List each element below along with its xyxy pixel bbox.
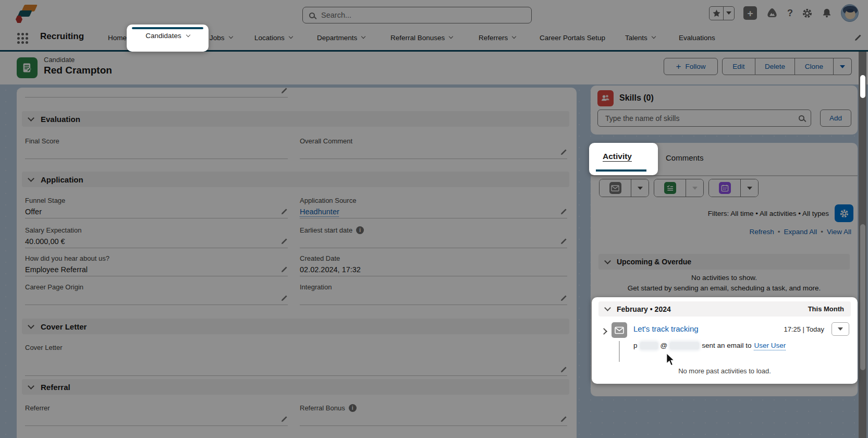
star-icon[interactable] (710, 7, 723, 20)
section-application[interactable]: Application (22, 172, 569, 187)
edit-pencil-icon[interactable] (280, 266, 288, 273)
setup-gear-icon[interactable] (802, 8, 813, 19)
edit-pencil-icon[interactable] (560, 366, 567, 373)
application-source-link[interactable]: Headhunter (300, 208, 339, 216)
tab-referrers[interactable]: Referrers (479, 25, 516, 50)
tab-talents[interactable]: Talents (625, 25, 655, 50)
edit-pencil-icon[interactable] (280, 238, 288, 245)
email-dropdown-button[interactable] (631, 179, 649, 197)
edit-pencil-icon[interactable] (560, 208, 567, 215)
tab-activity[interactable]: Activity (603, 152, 632, 161)
activity-filters-row: Filters: All time • All activities • All… (708, 204, 853, 222)
user-avatar[interactable] (841, 4, 859, 22)
record-header: Candidate Red Crampton + Follow Edit Del… (0, 52, 868, 84)
field-value: 02.02.2024, 17:32 (300, 265, 361, 274)
field-label: Cover Letter (25, 342, 567, 352)
scrollbar-thumb-highlighted[interactable] (860, 75, 865, 98)
chevron-down-icon[interactable] (289, 34, 293, 39)
chevron-down-icon[interactable] (186, 32, 190, 36)
search-icon[interactable] (799, 115, 804, 121)
event-action-group (708, 179, 759, 197)
tab-home[interactable]: Home (108, 25, 127, 50)
tab-locations[interactable]: Locations (254, 25, 292, 50)
view-all-link[interactable]: View All (827, 228, 851, 236)
help-icon[interactable]: ? (787, 8, 793, 19)
spotlight-activity-tab[interactable]: Activity (589, 143, 658, 175)
edit-pencil-icon[interactable] (280, 87, 288, 94)
info-icon[interactable]: i (356, 226, 364, 234)
event-action-button[interactable] (709, 179, 740, 197)
upcoming-overdue-header[interactable]: Upcoming & Overdue (598, 254, 850, 270)
activity-actions-dropdown[interactable] (832, 322, 849, 336)
expand-activity-chevron[interactable] (602, 326, 606, 336)
event-dropdown-button[interactable] (740, 179, 758, 197)
edit-pencil-icon[interactable] (280, 208, 288, 215)
edit-pencil-icon[interactable] (560, 149, 567, 156)
section-referral[interactable]: Referral (22, 379, 569, 395)
edit-pencil-icon[interactable] (560, 416, 567, 423)
scrollbar-thumb[interactable] (860, 224, 865, 370)
email-timestamp: 17:25 | Today (784, 325, 824, 333)
edit-pencil-icon[interactable] (560, 238, 567, 245)
chevron-down-icon[interactable] (512, 34, 516, 39)
skills-search-input[interactable] (604, 114, 794, 123)
add-skill-button[interactable]: Add (820, 110, 851, 127)
edit-pencil-icon[interactable] (560, 295, 567, 302)
actor-link[interactable]: User User (754, 342, 786, 349)
tab-evaluations[interactable]: Evaluations (679, 25, 715, 50)
favorites-dropdown-chevron[interactable] (723, 7, 734, 20)
follow-button[interactable]: + Follow (664, 58, 718, 75)
tab-referral-bonuses[interactable]: Referral Bonuses (390, 25, 453, 50)
field-cover-letter: Cover Letter (25, 342, 567, 376)
chevron-down-icon[interactable] (449, 34, 453, 39)
chevron-down-icon[interactable] (652, 34, 656, 39)
quick-add-button[interactable]: + (743, 6, 757, 20)
tab-label: Referral Bonuses (390, 34, 445, 42)
email-action-button[interactable] (600, 179, 631, 197)
info-icon[interactable]: i (349, 404, 357, 412)
expand-all-link[interactable]: Expand All (784, 228, 817, 236)
tab-departments[interactable]: Departments (317, 25, 365, 50)
redacted-text (640, 342, 658, 349)
chevron-down-icon[interactable] (228, 34, 233, 39)
global-header: + ? (0, 0, 868, 25)
tab-label: Career Portals Setup (540, 34, 605, 42)
app-launcher-icon[interactable] (17, 33, 28, 44)
clone-button[interactable]: Clone (795, 58, 834, 75)
section-evaluation[interactable]: Evaluation (22, 111, 569, 127)
tab-comments[interactable]: Comments (666, 153, 704, 162)
trailhead-icon[interactable] (766, 7, 778, 19)
refresh-link[interactable]: Refresh (749, 228, 774, 236)
tab-jobs[interactable]: Jobs (210, 25, 233, 50)
field-application-source: Application Source Headhunter (300, 195, 567, 218)
global-search[interactable] (302, 7, 532, 23)
edit-button[interactable]: Edit (722, 58, 755, 75)
tab-career-portals-setup[interactable]: Career Portals Setup (540, 25, 605, 50)
edit-pencil-icon[interactable] (280, 295, 288, 302)
field-value: Employee Referral (25, 265, 88, 274)
favorites-button-group[interactable] (709, 6, 735, 20)
search-input[interactable] (320, 10, 525, 20)
spotlight-candidates-tab[interactable]: Candidates (127, 25, 209, 52)
chevron-down-icon (840, 65, 845, 68)
skills-search[interactable] (597, 110, 811, 127)
section-cover-letter[interactable]: Cover Letter (22, 319, 569, 334)
delete-button[interactable]: Delete (755, 58, 795, 75)
task-dropdown-button[interactable] (686, 179, 703, 197)
salesforce-app-window: + ? Recruiting Home Jobs Locations Depa (0, 0, 868, 438)
month-section-header[interactable]: February • 2024 This Month (598, 301, 851, 317)
notifications-bell-icon[interactable] (822, 8, 832, 18)
edit-nav-pencil-icon[interactable] (854, 25, 862, 50)
tab-candidates[interactable]: Candidates (127, 32, 209, 40)
field-label: Application Source (300, 195, 567, 205)
activity-filter-gear-button[interactable] (835, 204, 853, 222)
chevron-down-icon[interactable] (361, 34, 365, 39)
more-actions-button[interactable] (834, 58, 852, 75)
edit-pencil-icon[interactable] (280, 416, 288, 423)
chevron-down-icon (28, 322, 34, 329)
chevron-right-icon (601, 328, 607, 335)
task-action-button[interactable] (654, 179, 686, 197)
tab-label: Comments (666, 153, 704, 162)
email-subject-link[interactable]: Let's track tracking (633, 324, 699, 333)
tab-label: Locations (254, 34, 285, 42)
